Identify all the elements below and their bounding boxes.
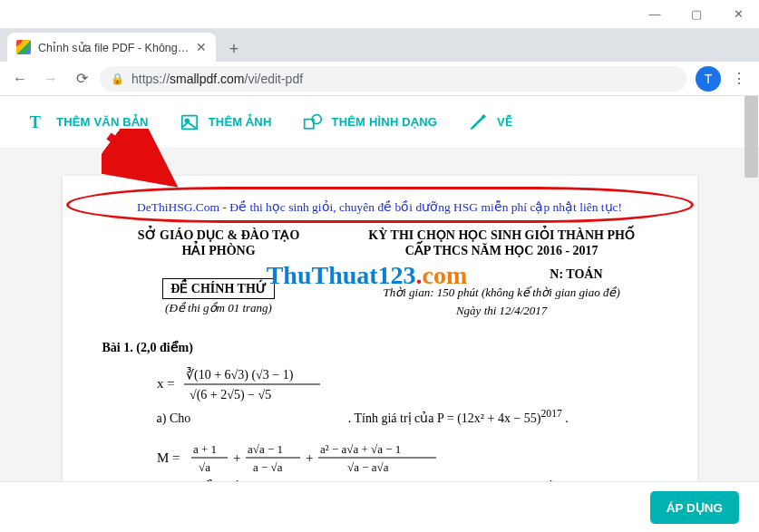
document-body: Bài 1. (2,0 điểm) x = ∛(10 + 6√3) (√3 − … bbox=[102, 340, 657, 481]
close-tab-button[interactable]: ✕ bbox=[196, 40, 207, 54]
draw-button[interactable]: VẼ bbox=[468, 112, 512, 132]
svg-text:a² − a√a + √a − 1: a² − a√a + √a − 1 bbox=[320, 442, 401, 456]
bottom-bar: ÁP DỤNG bbox=[0, 481, 759, 532]
exam-title-1: KỲ THI CHỌN HỌC SINH GIỎI THÀNH PHỐ bbox=[346, 227, 657, 243]
svg-text:+: + bbox=[306, 450, 313, 465]
svg-text:x =: x = bbox=[157, 376, 175, 391]
svg-line-6 bbox=[109, 136, 165, 178]
official-box: ĐỀ CHÍNH THỨ bbox=[162, 278, 275, 299]
tab-strip: Chỉnh sửa file PDF - Không ảnh h ✕ + bbox=[0, 29, 759, 62]
tab-title: Chỉnh sửa file PDF - Không ảnh h bbox=[38, 41, 190, 54]
reload-button[interactable]: ⟳ bbox=[69, 66, 94, 92]
document-canvas: DeThiHSG.Com - Đề thi học sinh giỏi, chu… bbox=[0, 149, 759, 481]
url-text: https://smallpdf.com/vi/edit-pdf bbox=[131, 72, 303, 86]
tool-label: THÊM VĂN BẢN bbox=[56, 115, 149, 129]
back-button[interactable]: ← bbox=[7, 66, 33, 92]
header-row: SỞ GIÁO DỤC & ĐÀO TẠO HẢI PHÒNG KỲ THI C… bbox=[102, 227, 657, 258]
tool-label: THÊM ẢNH bbox=[209, 115, 272, 129]
svg-text:a − √a: a − √a bbox=[253, 460, 283, 474]
question-1-title: Bài 1. (2,0 điểm) bbox=[102, 340, 657, 355]
address-bar: ← → ⟳ 🔒 https://smallpdf.com/vi/edit-pdf… bbox=[0, 62, 759, 96]
svg-text:∛(10 + 6√3) (√3 − 1): ∛(10 + 6√3) (√3 − 1) bbox=[186, 367, 294, 382]
browser-tab[interactable]: Chỉnh sửa file PDF - Không ảnh h ✕ bbox=[7, 33, 216, 62]
equation-m: M = a + 1 √a + a√a − 1 a − √a + a² − a√a… bbox=[157, 437, 657, 481]
svg-text:a + 1: a + 1 bbox=[193, 442, 217, 456]
exam-title-2: CẤP THCS NĂM HỌC 2016 - 2017 bbox=[346, 243, 657, 258]
minimize-button[interactable]: — bbox=[634, 0, 676, 29]
apply-button[interactable]: ÁP DỤNG bbox=[650, 491, 739, 524]
close-window-button[interactable]: ✕ bbox=[717, 0, 759, 29]
svg-text:+: + bbox=[233, 450, 240, 465]
profile-avatar[interactable]: T bbox=[696, 66, 721, 92]
duration-text: Thời gian: 150 phút (không kể thời gian … bbox=[346, 285, 657, 300]
pencil-icon bbox=[468, 112, 488, 132]
new-tab-button[interactable]: + bbox=[221, 36, 247, 62]
page-count-note: (Đề thi gồm 01 trang) bbox=[102, 301, 336, 315]
tool-label: VẼ bbox=[497, 115, 512, 129]
exam-date: Ngày thi 12/4/2017 bbox=[346, 304, 657, 318]
svg-text:M =: M = bbox=[157, 450, 180, 465]
svg-text:T: T bbox=[30, 113, 41, 131]
omnibox[interactable]: 🔒 https://smallpdf.com/vi/edit-pdf bbox=[100, 66, 686, 92]
svg-text:√a − a√a: √a − a√a bbox=[347, 460, 389, 474]
shape-icon bbox=[303, 112, 323, 132]
text-icon: T bbox=[27, 112, 47, 132]
forward-button[interactable]: → bbox=[38, 66, 63, 92]
add-shape-button[interactable]: THÊM HÌNH DẠNG bbox=[303, 112, 438, 132]
pdf-page[interactable]: DeThiHSG.Com - Đề thi học sinh giỏi, chu… bbox=[63, 176, 697, 481]
tool-label: THÊM HÌNH DẠNG bbox=[332, 115, 438, 129]
equation-x: x = ∛(10 + 6√3) (√3 − 1) √(6 + 2√5) − √5 bbox=[157, 361, 657, 410]
svg-text:√a: √a bbox=[199, 460, 210, 474]
issuer-line1: SỞ GIÁO DỤC & ĐÀO TẠO bbox=[102, 227, 336, 243]
annotation-arrow bbox=[102, 129, 183, 192]
maximize-button[interactable]: ▢ bbox=[676, 0, 717, 29]
issuer-line2: HẢI PHÒNG bbox=[102, 243, 336, 258]
vertical-scrollbar[interactable] bbox=[744, 96, 758, 178]
part-a: a) Cho . Tính giá trị của P = (12x² + 4x… bbox=[157, 408, 657, 426]
add-image-button[interactable]: THÊM ẢNH bbox=[180, 112, 272, 132]
favicon-icon bbox=[16, 40, 31, 54]
lock-icon: 🔒 bbox=[111, 73, 124, 85]
header-link-text: DeThiHSG.Com - Đề thi học sinh giỏi, chu… bbox=[102, 199, 657, 215]
svg-text:a√a − 1: a√a − 1 bbox=[248, 442, 283, 456]
subject-label: N: TOÁN bbox=[346, 267, 657, 282]
menu-button[interactable]: ⋮ bbox=[726, 66, 752, 92]
window-titlebar: — ▢ ✕ bbox=[0, 0, 759, 29]
svg-text:√(6 + 2√5) − √5: √(6 + 2√5) − √5 bbox=[190, 388, 271, 402]
